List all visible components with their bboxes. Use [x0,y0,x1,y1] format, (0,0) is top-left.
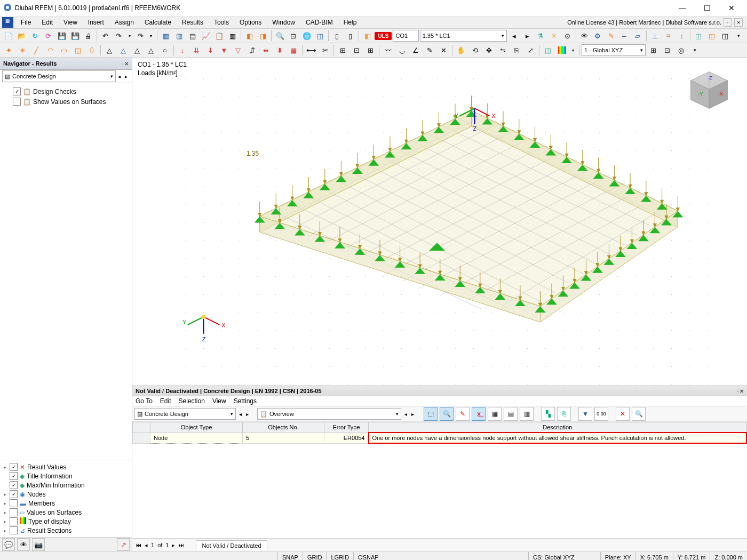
section-icon[interactable]: ⊥ [649,29,661,42]
th-objects-no[interactable]: Objects No. [243,422,324,433]
checkbox-icon[interactable] [10,526,18,534]
th-description[interactable]: Description [369,422,747,433]
new-icon[interactable]: 📄 [2,29,14,42]
more2-icon[interactable]: ▾ [688,44,701,57]
bp-edit-icon[interactable]: ✎ [456,407,470,421]
redo-icon[interactable]: ↷ [113,29,125,42]
bp-chart-icon[interactable]: ▚ [541,407,555,421]
hinge-icon[interactable]: ○ [158,44,171,57]
layer-icon[interactable]: ◫ [542,44,554,57]
result-tree-item[interactable]: ▸▱Values on Surfaces [2,508,130,517]
cell-object-type[interactable]: Node [150,433,243,443]
bp-select-icon[interactable]: ⬚ [424,407,438,421]
pager-last-icon[interactable]: ⏭ [178,542,184,548]
checkbox-icon[interactable] [10,472,18,480]
dim-icon[interactable]: ⟷ [305,44,317,57]
pager-first-icon[interactable]: ⏮ [136,542,141,548]
close-button[interactable]: ✕ [719,0,744,16]
render3-icon[interactable]: ◫ [719,29,732,42]
menu-assign[interactable]: Assign [109,17,139,28]
cyl-icon[interactable]: ⬯ [85,44,98,57]
align-left-icon[interactable]: ▯ [331,29,343,42]
result-tree-item[interactable]: ▸▬Members [2,499,130,508]
axis-icon[interactable]: ↕ [676,29,688,42]
table-row[interactable]: Node 5 ER0054 One or more nodes have a d… [133,433,747,443]
tool2-icon[interactable]: ◧ [243,29,256,42]
grid-a-icon[interactable]: ⊞ [336,44,349,57]
th-object-type[interactable]: Object Type [150,422,243,433]
sb-grid[interactable]: GRID [303,552,327,560]
save-icon[interactable]: 💾 [55,29,68,42]
navigator-category-dropdown[interactable]: ▨ Concrete Design ▾ [2,70,116,82]
recalc-icon[interactable]: ⟳ [42,29,54,42]
bp-decimal-icon[interactable]: 0.00 [594,407,608,421]
grid-c-icon[interactable]: ⊞ [364,44,377,57]
load4-icon[interactable]: ▼ [218,44,231,57]
sb-snap[interactable]: SNAP [277,552,303,560]
render2-icon[interactable]: ◫ [706,29,718,42]
tree-item-show-values[interactable]: 📋 Show Values on Surfaces [3,97,129,107]
load5-icon[interactable]: ▽ [232,44,244,57]
sup2-icon[interactable]: △ [117,44,130,57]
result-tree-item[interactable]: ◆Title Information [2,471,130,481]
bp-next2-icon[interactable]: ▸ [410,411,415,417]
checkbox-icon[interactable] [13,87,21,95]
undo-drop-icon[interactable]: ▾ [126,29,133,42]
checkbox-icon[interactable] [10,490,18,498]
result-tree-item[interactable]: ◆Max/Min Information [2,481,130,490]
line-icon[interactable]: ╱ [30,44,43,57]
scale-icon[interactable]: ⤢ [524,44,537,57]
bp-grid1-icon[interactable]: ▦ [488,407,502,421]
grid-b-icon[interactable]: ⊡ [350,44,363,57]
bp-next1-icon[interactable]: ▸ [245,411,250,417]
table2-icon[interactable]: ▥ [173,29,185,42]
panel-close-icon[interactable]: ✕ [124,61,129,67]
rotate-icon[interactable]: ⟲ [468,44,481,57]
minimize-button[interactable]: — [670,0,695,16]
table3-icon[interactable]: ▤ [186,29,198,42]
more-icon[interactable]: ▾ [733,29,745,42]
nav-next-icon[interactable]: ▸ [123,74,130,79]
sup1-icon[interactable]: △ [103,44,116,57]
panel-pin-icon[interactable]: ▫ [121,61,123,67]
bp-prev1-icon[interactable]: ◂ [238,411,243,417]
color-icon[interactable] [555,44,568,57]
tree-item-design-checks[interactable]: 📋 Design Checks [3,86,129,97]
loadcase-id-combo[interactable]: CO1 [393,30,418,42]
bp-close-icon[interactable]: ✕ [740,388,744,394]
rect-icon[interactable]: ▭ [58,44,70,57]
loadarea-icon[interactable]: ▦ [287,44,300,57]
snap-icon[interactable]: ◎ [674,44,687,57]
cell-error-type[interactable]: ER0054 [324,433,369,443]
angle-icon[interactable]: ∠ [409,44,422,57]
coord-sys-combo[interactable]: 1 - Global XYZ▾ [582,44,646,56]
sec-cut-icon[interactable]: ✂ [319,44,331,57]
menu-results[interactable]: Results [177,17,209,28]
save-all-icon[interactable]: 💾 [69,29,81,42]
checkbox-icon[interactable] [10,517,18,525]
render1-icon[interactable]: ◫ [693,29,705,42]
bp-category-dropdown[interactable]: ▨ Concrete Design▾ [134,408,236,420]
window-restore-icon[interactable]: ▫ [724,18,732,27]
load6-icon[interactable]: ⇵ [245,44,258,57]
loadcase-name-combo[interactable]: 1.35 * LC1▾ [420,30,507,42]
node2-icon[interactable]: ✳ [16,44,29,57]
tool3-icon[interactable]: ◨ [257,29,269,42]
menu-file[interactable]: File [15,17,36,28]
result-tree-item[interactable]: ▸Type of display [2,517,130,526]
cell-description[interactable]: One or more nodes have a dimensionless n… [369,433,747,443]
filter-icon[interactable]: ⚗ [535,29,547,42]
tool1-icon[interactable]: ▦ [226,29,239,42]
bp-label-icon[interactable]: x͟ [472,407,486,421]
menu-tools[interactable]: Tools [209,17,234,28]
move-icon[interactable]: ✥ [482,44,495,57]
comment-icon[interactable]: 💬 [2,538,15,551]
sb-osnap[interactable]: OSNAP [353,552,383,560]
3d-viewport[interactable]: CO1 - 1.35 * LC1 Loads [kN/m²] -X -Y -Z [132,58,747,386]
cube-icon[interactable]: ◫ [314,29,326,42]
flag-icon[interactable]: ◧ [361,29,374,42]
curve-icon[interactable]: ◡ [395,44,408,57]
sb-lgrid[interactable]: LGRID [326,552,353,560]
xsec-icon[interactable]: ⌗ [662,29,674,42]
load7-icon[interactable]: ⬌ [259,44,272,57]
